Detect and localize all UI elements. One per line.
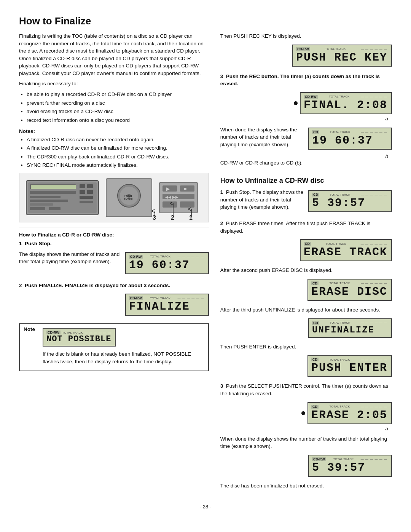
section-divider bbox=[19, 227, 209, 227]
list-item: SYNC REC+FINAL mode automatically finali… bbox=[27, 161, 209, 169]
svg-text:▶: ▶ bbox=[166, 186, 170, 192]
step2-label: 2 Push FINALIZE. FINALIZE is displayed f… bbox=[19, 282, 209, 289]
push-rec-badge: CD-RW bbox=[296, 47, 310, 51]
list-item: The CDR300 can play back unfinalized CD-… bbox=[27, 153, 209, 161]
after-third-track: TOTAL TRACK bbox=[330, 321, 350, 324]
when-done-dots: — — — — — — bbox=[361, 130, 387, 134]
svg-rect-8 bbox=[49, 207, 61, 210]
when-done-badge: CD bbox=[312, 130, 319, 134]
note-box: Note CD-RW TOTAL TRACK — — — — — — NOT P… bbox=[19, 323, 209, 371]
svg-rect-11 bbox=[80, 190, 85, 194]
unstep2-lcd-text: ERASE TRACK bbox=[304, 246, 387, 259]
svg-rect-26 bbox=[162, 201, 177, 208]
right-column: Then PUSH REC KEY is displayed. CD-RW TO… bbox=[220, 32, 392, 492]
step2-row: CD-RW TOTAL TRACK — — — — — — FINALIZE bbox=[19, 292, 209, 320]
unstep1-lcd: CD TOTAL TRACK — — — — — — 5 39:57 bbox=[308, 190, 392, 212]
push-enter-section: Then PUSH ENTER is displayed. CD TOTAL T… bbox=[220, 343, 392, 379]
unstep3-display: CD TOTAL TRACK — — — — — — ERASE 2:05 a bbox=[220, 401, 392, 431]
finalize-list: be able to play a recorded CD-R or CD-RW… bbox=[27, 91, 209, 124]
svg-text:◀◀  ▶▶: ◀◀ ▶▶ bbox=[165, 195, 178, 199]
after-second-badge: CD bbox=[311, 281, 319, 285]
step3-section: 3 Push the REC button. The timer (a) cou… bbox=[220, 73, 392, 121]
note-dots: — — — — — — bbox=[84, 331, 111, 334]
step3-dot bbox=[294, 101, 298, 105]
step1-label: 1 Push Stop. bbox=[19, 240, 209, 248]
push-rec-key-label: Then PUSH REC KEY is displayed. bbox=[220, 32, 392, 40]
when-done2-lcd: CD-RW TOTAL TRACK — — — — — — 5 39:57 bbox=[308, 455, 392, 477]
finalize-cdr-title: How to Finalize a CD-R or CD-RW disc: bbox=[19, 232, 209, 238]
push-enter-display: CD TOTAL TRACK — — — — — — PUSH ENTER bbox=[220, 353, 392, 379]
page-container: How to Finalize Finalizing is writing th… bbox=[19, 15, 392, 510]
svg-text:1: 1 bbox=[189, 214, 193, 220]
unstep3-track: TOTAL TRACK bbox=[329, 405, 350, 408]
when-done-text: When done the display shows the number o… bbox=[220, 126, 305, 149]
svg-rect-24 bbox=[180, 185, 194, 192]
after-second-section: After the second push ERASE DISC is disp… bbox=[220, 267, 392, 302]
when-done2-track: TOTAL TRACK bbox=[333, 457, 354, 461]
list-item: avoid erasing tracks on a CD-RW disc bbox=[27, 108, 209, 115]
push-enter-badge: CD bbox=[311, 358, 319, 361]
svg-rect-4 bbox=[30, 196, 61, 198]
unstep3-dots: — — — — — — bbox=[361, 405, 387, 408]
unstep1-track: TOTAL TRACK bbox=[330, 193, 350, 197]
notes-list: A finalized CD-R disc can never be recor… bbox=[27, 136, 209, 169]
push-enter-dots: — — — — — — bbox=[361, 358, 387, 361]
svg-rect-14 bbox=[80, 201, 93, 203]
step3-label: 3 Push the REC button. The timer (a) cou… bbox=[220, 73, 392, 88]
after-third-display: CD TOTAL TRACK — — — — — — UNFINALIZE bbox=[220, 317, 392, 339]
unstep3-lcd-text: ERASE 2:05 bbox=[311, 409, 387, 422]
push-enter-lcd-text: PUSH ENTER bbox=[311, 362, 387, 374]
note-lcd-text: NOT POSSIBLE bbox=[46, 335, 111, 344]
after-third-badge: CD bbox=[312, 321, 319, 325]
after-third-section: After the third push UNFINALIZE is displ… bbox=[220, 306, 392, 339]
step2-cd-badge: CD-RW bbox=[129, 296, 143, 300]
svg-rect-3 bbox=[30, 191, 76, 194]
step1-track-label: TOTAL TRACK bbox=[150, 255, 170, 258]
step2-text: Push FINALIZE. FINALIZE is displayed for… bbox=[25, 283, 170, 288]
final-note: The disc has been unfinalized but not er… bbox=[220, 482, 392, 490]
page-title: How to Finalize bbox=[19, 15, 392, 27]
step3-lcd-text: FINAL. 2:08 bbox=[304, 99, 387, 112]
unfinalize-title: How to Unfinalize a CD-RW disc bbox=[220, 177, 392, 185]
unstep2-lcd: CD TOTAL TRACK — — — — — — ERASE TRACK bbox=[300, 239, 392, 261]
when-done2-text: When done the display shows the number o… bbox=[220, 435, 392, 450]
svg-text:PUSH: PUSH bbox=[124, 195, 132, 197]
note-track-label: TOTAL TRACK bbox=[62, 331, 83, 334]
unstep2-dots: — — — — — — bbox=[361, 242, 387, 246]
step3-note: a bbox=[385, 116, 392, 121]
cd-changes-text: CD-RW or CD-R changes to CD (b). bbox=[220, 159, 392, 167]
step2-lcd: CD-RW TOTAL TRACK — — — — — — FINALIZE bbox=[125, 294, 209, 316]
unstep3-dot bbox=[301, 411, 305, 415]
after-third-lcd: CD TOTAL TRACK — — — — — — UNFINALIZE bbox=[308, 318, 392, 338]
step2-display: CD-RW TOTAL TRACK — — — — — — FINALIZE bbox=[125, 292, 209, 317]
unstep3-badge: CD bbox=[311, 405, 319, 409]
unstep3-text: 3 Push the SELECT PUSH/ENTER control. Th… bbox=[220, 382, 392, 397]
when-done-track: TOTAL TRACK bbox=[330, 130, 350, 134]
right-section-divider bbox=[220, 172, 392, 172]
step1-display: CD-RW TOTAL TRACK — — — — — — 19 60:37 bbox=[125, 251, 209, 276]
note-lcd: CD-RW TOTAL TRACK — — — — — — NOT POSSIB… bbox=[43, 328, 116, 347]
after-second-lcd: CD TOTAL TRACK — — — — — — ERASE DISC bbox=[307, 279, 392, 301]
step1-desc: The display shows the number of tracks a… bbox=[19, 251, 120, 265]
step3-display-container: CD-RW TOTAL TRACK — — — — — — FINAL. 2:0… bbox=[220, 91, 392, 121]
list-item: A finalized CD-R disc can never be recor… bbox=[27, 136, 209, 144]
when-done-lcd-text: 19 60:37 bbox=[312, 134, 387, 147]
unstep1-display: CD TOTAL TRACK — — — — — — 5 39:57 bbox=[308, 189, 392, 214]
push-rec-key-lcd: CD-RW TOTAL TRACK — — — — — — PUSH REC K… bbox=[292, 45, 392, 67]
unstep1-section: 1 Push Stop. The display shows the numbe… bbox=[220, 189, 392, 216]
page-number: - 28 - bbox=[19, 504, 392, 510]
step3-track: TOTAL TRACK bbox=[329, 95, 349, 98]
note-content: CD-RW TOTAL TRACK — — — — — — NOT POSSIB… bbox=[43, 326, 204, 368]
svg-rect-6 bbox=[30, 203, 53, 206]
list-item: prevent further recording on a disc bbox=[27, 99, 209, 107]
push-enter-track: TOTAL TRACK bbox=[329, 358, 350, 361]
after-third-dots: — — — — — — bbox=[361, 321, 387, 324]
when-done-lcd: CD TOTAL TRACK — — — — — — 19 60:37 bbox=[308, 128, 392, 150]
unstep2-track: TOTAL TRACK bbox=[325, 242, 346, 246]
unstep3-section: 3 Push the SELECT PUSH/ENTER control. Th… bbox=[220, 382, 392, 431]
left-column: Finalizing is writing the TOC (table of … bbox=[19, 32, 209, 492]
finalize-necessary-label: Finalizing is necessary to: bbox=[19, 80, 209, 88]
after-second-track: TOTAL TRACK bbox=[329, 281, 350, 285]
unstep1-badge: CD bbox=[312, 193, 319, 197]
step2-dots: — — — — — — bbox=[178, 297, 204, 300]
